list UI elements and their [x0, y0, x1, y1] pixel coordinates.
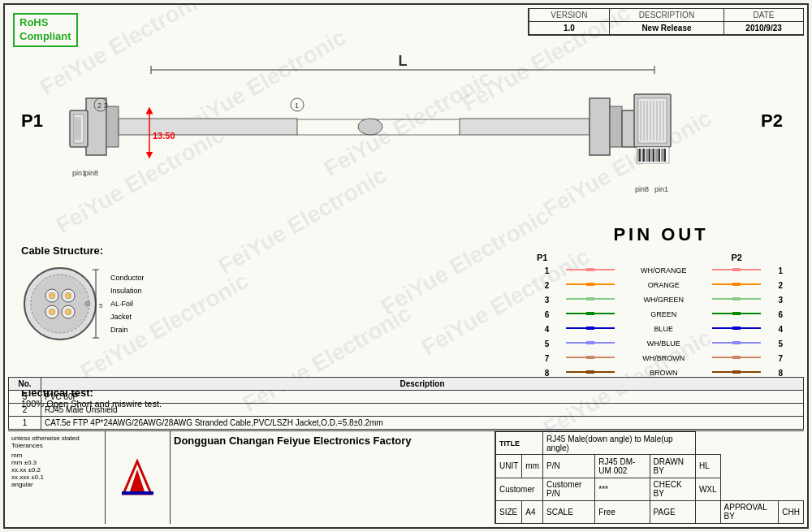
pin-out-p2-pin: 1 — [774, 263, 791, 278]
pin-out-wire-right — [699, 336, 774, 351]
pin-out-wire-left — [553, 307, 628, 322]
bom-table-section: No. Description 3 PVC 60P 2 RJ45 Male Un… — [8, 377, 804, 430]
pin-out-p1-pin: 2 — [531, 278, 553, 292]
customer-pn-value: *** — [595, 478, 650, 500]
pin-out-section: PIN OUT P1 P2 1 WH/ORANGE — [531, 224, 791, 395]
bom-desc-header: Description — [41, 378, 804, 391]
pin-out-p1-pin: 3 — [531, 292, 553, 307]
svg-point-19 — [358, 119, 382, 135]
pin-out-wire-label: WH/BLUE — [628, 336, 699, 351]
page-label: PAGE — [650, 500, 695, 523]
version-header: VERSION — [529, 9, 610, 22]
version-value: 1.0 — [529, 22, 610, 35]
size-label: SIZE — [496, 500, 522, 523]
date-header: DATE — [724, 9, 804, 22]
pin-out-wire-left — [553, 322, 628, 336]
pin-out-wire-label: ORANGE — [628, 278, 699, 292]
bom-row: 2 RJ45 Male Unshield — [9, 404, 804, 417]
svg-point-68 — [85, 301, 90, 306]
pin-out-p2-pin: 7 — [774, 351, 791, 365]
jacket-label: Jacket — [110, 310, 145, 323]
svg-point-59 — [31, 275, 89, 333]
pin-out-title: PIN OUT — [531, 224, 791, 245]
approval-value: CHH — [779, 500, 804, 523]
svg-text:pin8: pin8 — [84, 169, 98, 177]
svg-text:1: 1 — [295, 102, 299, 110]
pin-out-wire-left — [553, 263, 628, 278]
pin-out-wire-right — [699, 263, 774, 278]
svg-text:L: L — [399, 53, 408, 69]
company-logo — [106, 431, 171, 524]
svg-point-61 — [49, 292, 55, 299]
svg-text:5.8±0.2mm: 5.8±0.2mm — [99, 302, 102, 309]
pn-value: RJ45 DM-UM 002 — [595, 455, 650, 478]
bom-no: 2 — [9, 404, 41, 417]
bom-desc: CAT.5e FTP 4P*24AWG/26AWG/28AWG Stranded… — [41, 417, 804, 430]
pin-out-p1-pin: 7 — [531, 351, 553, 365]
rohs-line1: RoHS — [19, 16, 71, 30]
unit-value: mm — [522, 455, 543, 478]
pin-out-wire-left — [553, 292, 628, 307]
svg-text:2 3: 2 3 — [97, 102, 108, 110]
title-value: RJ45 Male(down angle) to Male(up angle) — [543, 432, 696, 455]
bottom-info-block: unless otherwise stated Tolerances mm mm… — [8, 430, 804, 524]
bom-no: 3 — [9, 391, 41, 404]
bom-desc: PVC 60P — [41, 391, 804, 404]
svg-point-65 — [49, 309, 55, 315]
pin-out-wire-label: WH/BROWN — [628, 351, 699, 365]
pin-out-wire-right — [699, 322, 774, 336]
svg-text:pin8: pin8 — [635, 185, 649, 193]
cable-labels: Conductor Insulation AL·Foil Jacket Drai… — [110, 271, 145, 337]
pin-out-p1-pin: 1 — [531, 263, 553, 278]
rohs-badge: RoHS Compliant — [13, 13, 78, 47]
pin-out-p1-pin: 5 — [531, 336, 553, 351]
size-value: A4 — [522, 500, 543, 523]
pn-label: P/N — [543, 455, 595, 478]
version-block: VERSION DESCRIPTION DATE 1.0 New Release… — [528, 8, 804, 36]
svg-text:pin1: pin1 — [654, 185, 668, 193]
check-by-value: WXL — [695, 478, 720, 500]
pin-out-wire-label: WH/ORANGE — [628, 263, 699, 278]
conductor-label: Conductor — [110, 271, 145, 284]
pin-out-wire-right — [699, 292, 774, 307]
alfoil-label: AL·Foil — [110, 297, 145, 310]
svg-rect-5 — [106, 106, 119, 147]
bom-no-header: No. — [9, 378, 41, 391]
customer-pn-label: Customer P/N — [543, 478, 595, 500]
svg-text:13.50: 13.50 — [153, 131, 175, 141]
insulation-label: Insulation — [110, 284, 145, 297]
svg-point-67 — [65, 309, 71, 315]
cable-structure-section: Cable Structure: — [21, 244, 248, 344]
drain-label: Drain — [110, 323, 145, 336]
svg-point-63 — [65, 292, 71, 299]
p2-label: P2 — [761, 110, 783, 132]
svg-rect-24 — [610, 106, 622, 147]
description-header: DESCRIPTION — [609, 9, 723, 22]
watermark: FeiYue Electronic — [377, 203, 554, 320]
approval-label: APPROVAL BY — [720, 500, 779, 523]
rohs-line2: Compliant — [19, 30, 71, 44]
tolerances-label: unless otherwise stated Tolerances — [11, 435, 102, 449]
bom-desc: RJ45 Male Unshield — [41, 404, 804, 417]
pin-out-wire-right — [699, 278, 774, 292]
customer-label: Customer — [496, 478, 543, 500]
pin-out-p1-header: P1 — [531, 252, 553, 263]
svg-rect-27 — [638, 98, 667, 143]
scale-label: SCALE — [543, 500, 595, 523]
pin-out-p2-pin: 2 — [774, 278, 791, 292]
check-by-label: CHECK BY — [650, 478, 695, 500]
svg-rect-6 — [119, 119, 297, 135]
cable-cross-section-svg: 5.8±0.2mm — [21, 263, 102, 344]
pin-out-p2-pin: 6 — [774, 307, 791, 322]
date-value: 2010/9/23 — [724, 22, 804, 35]
pin-out-wire-label: WH/GREEN — [628, 292, 699, 307]
p1-label: P1 — [21, 110, 43, 132]
cable-structure-title: Cable Structure: — [21, 244, 248, 257]
pin-out-p1-pin: 4 — [531, 322, 553, 336]
svg-rect-23 — [590, 98, 610, 155]
pin-out-wire-left — [553, 336, 628, 351]
pin-out-wire-left — [553, 278, 628, 292]
pin-out-p1-pin: 6 — [531, 307, 553, 322]
pin-out-p2-pin: 3 — [774, 292, 791, 307]
pin-out-p2-pin: 5 — [774, 336, 791, 351]
